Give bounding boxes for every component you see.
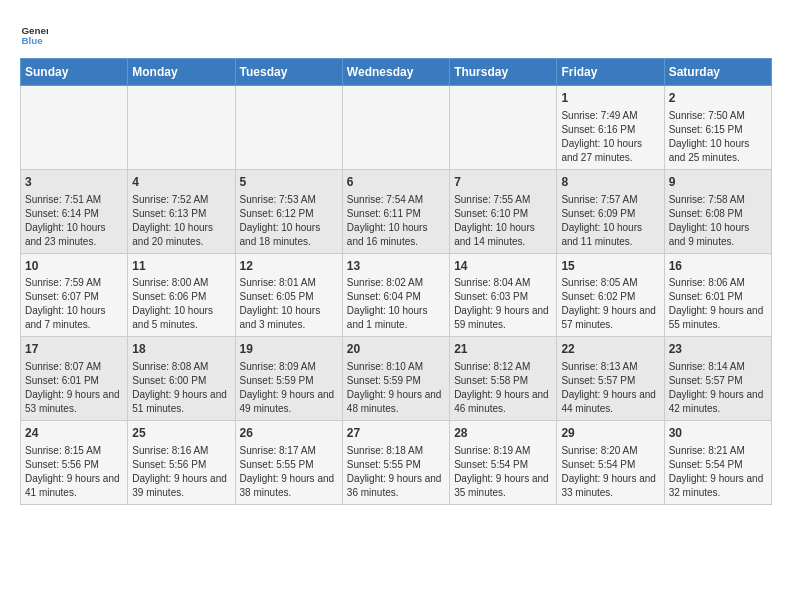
day-info: Sunrise: 8:10 AM [347, 360, 445, 374]
day-info: Sunrise: 8:15 AM [25, 444, 123, 458]
day-number: 18 [132, 341, 230, 358]
calendar-cell [450, 86, 557, 170]
day-info: Sunset: 5:55 PM [347, 458, 445, 472]
calendar-cell [21, 86, 128, 170]
day-info: Daylight: 10 hours and 7 minutes. [25, 304, 123, 332]
day-info: Sunrise: 7:49 AM [561, 109, 659, 123]
calendar-table: SundayMondayTuesdayWednesdayThursdayFrid… [20, 58, 772, 505]
weekday-header-tuesday: Tuesday [235, 59, 342, 86]
day-info: Sunrise: 8:20 AM [561, 444, 659, 458]
day-info: Daylight: 10 hours and 1 minute. [347, 304, 445, 332]
calendar-cell: 13Sunrise: 8:02 AMSunset: 6:04 PMDayligh… [342, 253, 449, 337]
day-number: 7 [454, 174, 552, 191]
calendar-cell: 19Sunrise: 8:09 AMSunset: 5:59 PMDayligh… [235, 337, 342, 421]
day-number: 10 [25, 258, 123, 275]
day-number: 13 [347, 258, 445, 275]
calendar-cell: 27Sunrise: 8:18 AMSunset: 5:55 PMDayligh… [342, 421, 449, 505]
calendar-cell: 9Sunrise: 7:58 AMSunset: 6:08 PMDaylight… [664, 169, 771, 253]
day-info: Daylight: 9 hours and 36 minutes. [347, 472, 445, 500]
day-info: Sunset: 6:03 PM [454, 290, 552, 304]
calendar-cell: 24Sunrise: 8:15 AMSunset: 5:56 PMDayligh… [21, 421, 128, 505]
logo-icon: General Blue [20, 20, 48, 48]
day-info: Sunset: 6:07 PM [25, 290, 123, 304]
calendar-header: SundayMondayTuesdayWednesdayThursdayFrid… [21, 59, 772, 86]
calendar-cell: 15Sunrise: 8:05 AMSunset: 6:02 PMDayligh… [557, 253, 664, 337]
calendar-week-3: 10Sunrise: 7:59 AMSunset: 6:07 PMDayligh… [21, 253, 772, 337]
day-info: Sunrise: 8:02 AM [347, 276, 445, 290]
day-info: Sunrise: 8:07 AM [25, 360, 123, 374]
day-info: Sunrise: 7:52 AM [132, 193, 230, 207]
day-info: Sunset: 5:54 PM [669, 458, 767, 472]
day-number: 14 [454, 258, 552, 275]
day-info: Sunset: 6:16 PM [561, 123, 659, 137]
weekday-header-sunday: Sunday [21, 59, 128, 86]
day-info: Sunset: 6:15 PM [669, 123, 767, 137]
day-info: Daylight: 10 hours and 9 minutes. [669, 221, 767, 249]
day-info: Daylight: 9 hours and 32 minutes. [669, 472, 767, 500]
day-info: Sunset: 6:14 PM [25, 207, 123, 221]
calendar-cell: 12Sunrise: 8:01 AMSunset: 6:05 PMDayligh… [235, 253, 342, 337]
calendar-cell: 10Sunrise: 7:59 AMSunset: 6:07 PMDayligh… [21, 253, 128, 337]
day-info: Daylight: 9 hours and 46 minutes. [454, 388, 552, 416]
day-info: Sunrise: 8:14 AM [669, 360, 767, 374]
calendar-cell: 18Sunrise: 8:08 AMSunset: 6:00 PMDayligh… [128, 337, 235, 421]
day-number: 30 [669, 425, 767, 442]
day-number: 26 [240, 425, 338, 442]
day-info: Sunset: 5:54 PM [561, 458, 659, 472]
calendar-cell: 16Sunrise: 8:06 AMSunset: 6:01 PMDayligh… [664, 253, 771, 337]
day-info: Daylight: 9 hours and 51 minutes. [132, 388, 230, 416]
day-info: Daylight: 10 hours and 23 minutes. [25, 221, 123, 249]
day-info: Sunrise: 8:17 AM [240, 444, 338, 458]
day-info: Sunset: 6:01 PM [669, 290, 767, 304]
day-info: Sunrise: 7:54 AM [347, 193, 445, 207]
calendar-cell [342, 86, 449, 170]
day-info: Sunrise: 8:12 AM [454, 360, 552, 374]
calendar-cell: 30Sunrise: 8:21 AMSunset: 5:54 PMDayligh… [664, 421, 771, 505]
calendar-cell: 23Sunrise: 8:14 AMSunset: 5:57 PMDayligh… [664, 337, 771, 421]
day-info: Sunrise: 7:51 AM [25, 193, 123, 207]
calendar-week-1: 1Sunrise: 7:49 AMSunset: 6:16 PMDaylight… [21, 86, 772, 170]
day-info: Sunset: 6:12 PM [240, 207, 338, 221]
day-info: Sunset: 5:57 PM [561, 374, 659, 388]
calendar-week-4: 17Sunrise: 8:07 AMSunset: 6:01 PMDayligh… [21, 337, 772, 421]
page-header: General Blue [20, 20, 772, 48]
day-number: 28 [454, 425, 552, 442]
calendar-cell: 17Sunrise: 8:07 AMSunset: 6:01 PMDayligh… [21, 337, 128, 421]
day-info: Sunset: 6:09 PM [561, 207, 659, 221]
weekday-header-thursday: Thursday [450, 59, 557, 86]
day-number: 17 [25, 341, 123, 358]
day-info: Sunrise: 8:06 AM [669, 276, 767, 290]
day-info: Daylight: 10 hours and 25 minutes. [669, 137, 767, 165]
day-info: Sunset: 6:06 PM [132, 290, 230, 304]
day-number: 3 [25, 174, 123, 191]
day-info: Sunrise: 8:09 AM [240, 360, 338, 374]
day-info: Daylight: 9 hours and 59 minutes. [454, 304, 552, 332]
day-info: Sunset: 5:59 PM [347, 374, 445, 388]
day-info: Daylight: 9 hours and 42 minutes. [669, 388, 767, 416]
day-info: Daylight: 9 hours and 48 minutes. [347, 388, 445, 416]
day-number: 20 [347, 341, 445, 358]
weekday-header-friday: Friday [557, 59, 664, 86]
calendar-cell: 5Sunrise: 7:53 AMSunset: 6:12 PMDaylight… [235, 169, 342, 253]
day-info: Sunrise: 8:05 AM [561, 276, 659, 290]
day-info: Sunrise: 8:08 AM [132, 360, 230, 374]
calendar-cell: 22Sunrise: 8:13 AMSunset: 5:57 PMDayligh… [557, 337, 664, 421]
day-info: Daylight: 10 hours and 3 minutes. [240, 304, 338, 332]
day-info: Sunrise: 8:21 AM [669, 444, 767, 458]
day-info: Sunset: 6:05 PM [240, 290, 338, 304]
day-number: 5 [240, 174, 338, 191]
day-info: Daylight: 9 hours and 38 minutes. [240, 472, 338, 500]
day-info: Sunset: 5:57 PM [669, 374, 767, 388]
day-number: 23 [669, 341, 767, 358]
day-info: Sunset: 6:02 PM [561, 290, 659, 304]
calendar-body: 1Sunrise: 7:49 AMSunset: 6:16 PMDaylight… [21, 86, 772, 505]
day-number: 15 [561, 258, 659, 275]
day-info: Sunrise: 8:19 AM [454, 444, 552, 458]
day-number: 1 [561, 90, 659, 107]
day-info: Daylight: 10 hours and 16 minutes. [347, 221, 445, 249]
calendar-cell: 21Sunrise: 8:12 AMSunset: 5:58 PMDayligh… [450, 337, 557, 421]
calendar-cell: 26Sunrise: 8:17 AMSunset: 5:55 PMDayligh… [235, 421, 342, 505]
day-info: Sunset: 5:56 PM [25, 458, 123, 472]
day-number: 8 [561, 174, 659, 191]
day-number: 16 [669, 258, 767, 275]
